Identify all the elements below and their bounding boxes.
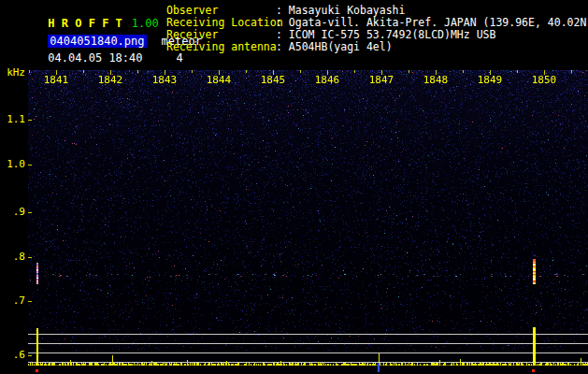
time-label: 1846 <box>313 75 341 86</box>
freq-label: .6 <box>0 350 25 361</box>
header-info: Observer: Masayuki Kobayashi Receiving L… <box>166 5 588 53</box>
time-label: 1842 <box>96 75 124 86</box>
hrofft-window: H R O F F T1.00 0404051840.pngmeteor 04.… <box>0 0 588 374</box>
time-label: 1843 <box>151 75 179 86</box>
freq-unit: kHz <box>0 67 25 79</box>
freq-label: .8 <box>0 252 25 263</box>
time-label: 1844 <box>205 75 233 86</box>
datetime-label: 04.04.05 18:40 <box>48 51 142 65</box>
info-label: Receiving antenna <box>166 41 276 53</box>
freq-label: 1.1 <box>0 114 25 125</box>
output-filename: 0404051840.png <box>48 35 146 48</box>
info-value: : A504HB(yagi 4el) <box>276 41 393 53</box>
freq-label: .9 <box>0 207 25 218</box>
freq-label: 1.0 <box>0 159 25 170</box>
time-label: 1841 <box>42 75 70 86</box>
meteor-count: 4 <box>177 51 183 65</box>
time-label: 1848 <box>422 75 450 86</box>
freq-label: .7 <box>0 295 25 307</box>
info-row-antenna: Receiving antenna: A504HB(yagi 4el) <box>166 41 588 53</box>
time-label: 1850 <box>530 75 558 86</box>
time-label: 1849 <box>476 75 504 86</box>
time-label: 1847 <box>367 75 395 86</box>
app-title: H R O F F T <box>48 17 122 30</box>
app-version: 1.00 <box>132 17 159 30</box>
spectrogram-canvas <box>28 70 588 374</box>
time-label: 1845 <box>259 75 287 86</box>
